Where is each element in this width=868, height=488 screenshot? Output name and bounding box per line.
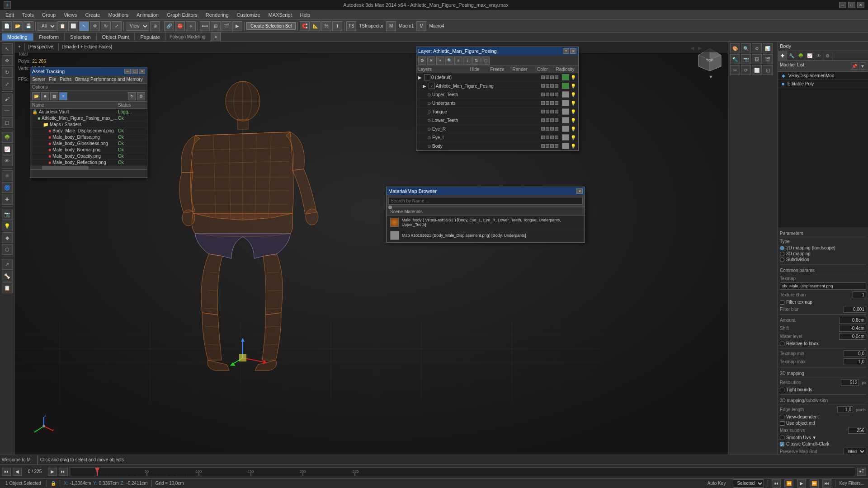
- bone-tool[interactable]: 🦴: [2, 271, 13, 282]
- amount-input[interactable]: [839, 317, 866, 324]
- lp-settings-button[interactable]: ≡: [454, 56, 462, 65]
- props-tab-hierarchy[interactable]: 🌳: [796, 51, 805, 60]
- rp-btn-9[interactable]: ✂: [730, 65, 740, 75]
- lp-close-button[interactable]: ✕: [570, 48, 576, 54]
- more-tabs-button[interactable]: »: [211, 32, 221, 42]
- menu-modifiers[interactable]: Modifiers: [104, 11, 132, 19]
- radio-3d-mapping[interactable]: [780, 252, 784, 256]
- menu-group[interactable]: Group: [38, 11, 60, 19]
- timeline-start-button[interactable]: ⏮: [2, 468, 11, 476]
- layer-tongue-color[interactable]: [562, 108, 569, 115]
- modifier-editable-poly[interactable]: ■ Editable Poly: [778, 80, 868, 88]
- tab-modeling[interactable]: Modeling: [2, 33, 33, 41]
- layer-tool-left[interactable]: 📋: [2, 282, 13, 293]
- macro1-button[interactable]: M: [386, 21, 396, 31]
- at-scrollbar[interactable]: [30, 166, 147, 169]
- add-time-tag-button[interactable]: +T: [857, 468, 866, 476]
- texmap-max-input[interactable]: [844, 358, 866, 365]
- timeline-end-button[interactable]: ⏭: [59, 468, 68, 476]
- at-menu-file[interactable]: File: [49, 77, 56, 82]
- hierarchy-tool[interactable]: 🌳: [2, 132, 13, 143]
- lp-sort-button[interactable]: ⇅: [472, 56, 481, 65]
- macro4-button[interactable]: M: [416, 21, 426, 31]
- rp-btn-5[interactable]: 🔦: [730, 54, 740, 64]
- playback-prev-button[interactable]: ⏪: [784, 479, 793, 488]
- tab-object-paint[interactable]: Object Paint: [97, 33, 135, 41]
- layer-lower-teeth-color[interactable]: [562, 117, 569, 123]
- key-filters-button[interactable]: Key Filters...: [839, 481, 864, 486]
- link-button[interactable]: 🔗: [164, 21, 174, 31]
- at-tb-btn-3[interactable]: ▦: [50, 92, 58, 100]
- layer-athletic-check[interactable]: ✓: [429, 83, 435, 89]
- shift-input[interactable]: [839, 325, 866, 332]
- resolution-input[interactable]: [841, 379, 859, 386]
- tab-selection[interactable]: Selection: [65, 33, 96, 41]
- lp-expand-button[interactable]: ↕: [463, 56, 472, 65]
- radio-2d-mapping[interactable]: [780, 246, 784, 250]
- use-object-mtl-checkbox[interactable]: [780, 421, 784, 426]
- lp-filter-button[interactable]: ⚙: [418, 56, 426, 65]
- menu-help[interactable]: Help: [297, 11, 314, 19]
- layer-eye-r-color[interactable]: [562, 126, 569, 132]
- preserve-map-bnd-select[interactable]: Interr: [844, 448, 866, 455]
- rp-btn-8[interactable]: 🎬: [763, 54, 773, 64]
- at-tb-btn-2[interactable]: ■: [41, 92, 49, 100]
- at-row-reflection[interactable]: ■ Male_body_Reflection.png Ok: [30, 160, 147, 166]
- at-row-vault[interactable]: 🔒 Autodesk Vault Logg...: [30, 109, 147, 115]
- space-warp-tool[interactable]: 🌀: [2, 182, 13, 193]
- layer-row-upper-teeth[interactable]: ⊙ Upper_Teeth 💡: [416, 90, 578, 99]
- layer-upper-teeth-color[interactable]: [562, 91, 569, 98]
- filter-blur-input[interactable]: [844, 306, 866, 313]
- render-button[interactable]: ▶: [232, 21, 242, 31]
- use-pivot-button[interactable]: ⊕: [150, 21, 160, 31]
- rp-btn-3[interactable]: ⚙: [752, 43, 762, 53]
- filter-texmap-checkbox[interactable]: [780, 300, 784, 305]
- shapes-tool[interactable]: ⬡: [2, 244, 13, 255]
- vp-shading-label[interactable]: [Shaded + Edged Faces]: [61, 44, 114, 49]
- rp-btn-4[interactable]: 📊: [763, 43, 773, 53]
- props-tab-motion[interactable]: 📈: [805, 51, 814, 60]
- at-menu-server[interactable]: Server: [32, 77, 45, 82]
- save-button[interactable]: 💾: [24, 21, 33, 31]
- menu-tools[interactable]: Tools: [19, 11, 38, 19]
- paint-tool[interactable]: 🖌: [2, 94, 13, 104]
- rp-btn-10[interactable]: ⟳: [741, 65, 751, 75]
- layer-eye-l-color[interactable]: [562, 134, 569, 141]
- select-by-name-button[interactable]: 📋: [57, 21, 67, 31]
- view-dependent-checkbox[interactable]: [780, 415, 784, 419]
- at-row-displacement[interactable]: ■ Body_Male_Displasement.png Ok: [30, 128, 147, 134]
- mat-item-displacement[interactable]: Map #10183621 (Body_Male_Displasement.pn…: [387, 229, 585, 242]
- rp-btn-2[interactable]: 🔍: [741, 43, 751, 53]
- ts-inspector-button[interactable]: TS: [346, 21, 356, 31]
- mat-collapse-button[interactable]: [388, 206, 392, 209]
- rp-btn-7[interactable]: 🖼: [752, 54, 762, 64]
- layer-row-eye-l[interactable]: ⊙ Eye_L 💡: [416, 133, 578, 142]
- max-subdivs-input[interactable]: [848, 427, 866, 434]
- at-row-opacity[interactable]: ■ Male_body_Opacity.png Ok: [30, 153, 147, 160]
- menu-graph-editors[interactable]: Graph Editors: [163, 11, 201, 19]
- props-tab-display[interactable]: 👁: [814, 51, 823, 60]
- playback-start-button[interactable]: ⏮: [772, 479, 781, 488]
- menu-rendering[interactable]: Rendering: [202, 11, 232, 19]
- modifier-pin-button[interactable]: 📌: [851, 62, 858, 70]
- scale-button[interactable]: ⤢: [112, 21, 122, 31]
- vp-perspective-label[interactable]: [Perspective]: [27, 44, 57, 49]
- select-object-tool[interactable]: ↖: [2, 43, 13, 54]
- create-tool[interactable]: ◻: [2, 117, 13, 128]
- menu-views[interactable]: Views: [60, 11, 80, 19]
- mat-search-input[interactable]: [388, 197, 583, 205]
- unlink-button[interactable]: ⛔: [175, 21, 185, 31]
- at-settings-button[interactable]: ⚙: [137, 92, 145, 100]
- selected-dropdown[interactable]: Selected: [733, 479, 764, 488]
- restore-button[interactable]: □: [848, 2, 855, 8]
- motion-tool[interactable]: 📈: [2, 144, 13, 155]
- texture-chan-input[interactable]: [853, 291, 866, 298]
- timeline-prev-button[interactable]: ◀: [13, 468, 22, 476]
- at-menu-bitmap[interactable]: Bitmap Performance and Memory: [75, 77, 143, 82]
- spinner-snap-button[interactable]: ⬆: [332, 21, 342, 31]
- at-refresh-button[interactable]: ↻: [128, 92, 136, 100]
- layer-row-athletic[interactable]: ▶ ✓ Athletic_Man_Figure_Posing 💡: [416, 82, 578, 90]
- props-tab-utilities[interactable]: ⚙: [823, 51, 832, 60]
- mirror-button[interactable]: ⟺: [200, 21, 210, 31]
- props-tab-create[interactable]: ✚: [778, 51, 787, 60]
